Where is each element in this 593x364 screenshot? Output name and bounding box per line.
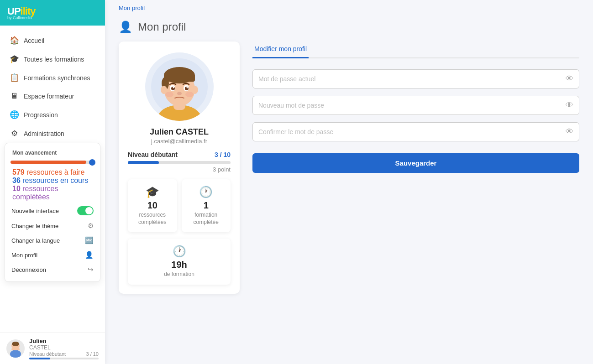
profil-label: Mon profil [11,252,37,259]
right-panel: Modifier mon profil 👁 👁 👁 [252,42,579,173]
sidebar-item-label: Progression [24,111,58,119]
sidebar-item-label: Accueil [24,37,44,44]
stat-time-value: 19h [132,260,226,270]
stat-afaire: 579 ressources à faire [12,168,84,176]
logo: UPility by Callimedia [0,0,105,26]
menu-item-langue[interactable]: Changer la langue 🔤 [5,233,100,248]
sidebar-item-progression[interactable]: 🌐 Progression [0,105,105,124]
resource-stats: 579 ressources à faire 36 ressources en … [5,166,100,203]
sidebar: UPility by Callimedia 🏠 Accueil 🎓 Toutes… [0,0,105,364]
user-icon: 👤 [85,251,94,259]
save-button[interactable]: Sauvegarder [252,153,579,173]
user-last-name: CASTEL [29,344,99,351]
input-confirm-password-container: 👁 [252,122,579,141]
level-score: 3 / 10 [215,151,231,158]
tab-bar: Modifier mon profil [252,42,579,58]
svg-point-13 [192,86,198,94]
stat-card-time: 🕐 19h de formation [128,239,231,285]
deconnexion-label: Déconnexion [11,266,46,273]
level-bar-bg [29,358,99,359]
screen-icon: 🖥 [9,92,19,101]
confirm-password-input[interactable] [258,123,566,141]
sidebar-item-formateur[interactable]: 🖥 Espace formateur [0,87,105,105]
level-label: Niveau débutant [29,351,66,357]
level-bar-fill2 [128,161,159,164]
user-avatar-small [6,339,25,358]
time-stat-row: 🕐 19h de formation [128,239,231,285]
eye-icon-confirm[interactable]: 👁 [566,127,573,136]
globe-icon: 🌐 [9,110,19,120]
user-panel: Mon avancement 579 ressources à faire 36… [5,143,100,282]
profile-email: j.castel@callimedia.fr [151,138,207,145]
toggle-nouvelle-interface[interactable]: Nouvelle interface [5,203,100,218]
input-new-password-container: 👁 [252,96,579,115]
main-content: Mon profil 👤 Mon profil [105,0,593,364]
user-first-name: Julien [29,338,99,344]
eye-icon-current[interactable]: 👁 [566,74,573,83]
current-password-input[interactable] [258,70,566,88]
time-icon: 🕐 [132,245,226,258]
toggle-label: Nouvelle interface [11,208,59,214]
svg-point-1 [10,350,21,358]
stat-card-ressources: 🎓 10 ressourcescomplétées [128,179,177,232]
profile-card: Julien CASTEL j.castel@callimedia.fr Niv… [119,42,240,294]
page-title: Mon profil [138,21,186,33]
svg-rect-3 [11,348,20,350]
user-info-bottom: Julien CASTEL Niveau débutant 3 / 10 [29,338,99,359]
sidebar-item-label: Formations synchrones [24,74,90,82]
new-password-input[interactable] [258,96,566,114]
form-group-current-password: 👁 [252,69,579,88]
grad-icon: 🎓 [132,186,173,198]
avancement-title: Mon avancement [5,148,100,159]
breadcrumb: Mon profil [105,0,593,16]
stat-card-formations: 🕐 1 formationcomplétée [182,179,231,232]
svg-point-21 [165,92,173,97]
langue-label: Changer la langue [11,237,60,244]
clock-icon: 🕐 [186,186,226,198]
sidebar-item-label: Espace formateur [24,93,74,100]
language-icon: 🔤 [85,236,94,244]
logo-sub: by Callimedia [7,16,35,20]
page-header: 👤 Mon profil [105,16,593,42]
home-icon: 🏠 [9,36,19,45]
stat-encours: 36 ressources en cours [12,177,88,184]
toggle-switch[interactable] [77,206,94,215]
progress-bar-fill [10,161,86,164]
stat-formations-number: 1 [186,200,226,211]
svg-point-19 [186,87,188,88]
form-group-confirm-password: 👁 [252,122,579,141]
svg-point-12 [161,86,167,94]
sidebar-item-label: Toutes les formations [24,56,84,63]
level-score: 3 / 10 [86,351,99,357]
sidebar-item-accueil[interactable]: 🏠 Accueil [0,31,105,50]
menu-item-profil[interactable]: Mon profil 👤 [5,248,100,262]
stat-ressources-number: 10 [132,200,173,211]
content-area: Julien CASTEL j.castel@callimedia.fr Niv… [105,42,593,307]
progress-bar-container [10,161,94,164]
form-group-new-password: 👁 [252,96,579,115]
level-bar-bg2 [128,161,231,164]
gear-icon: ⚙ [9,129,19,138]
level-label: Niveau débutant [128,151,178,158]
svg-rect-10 [164,74,195,82]
sync-icon: 📋 [9,73,19,83]
profile-page-icon: 👤 [119,21,132,33]
menu-item-deconnexion[interactable]: Déconnexion ↪ [5,262,100,277]
logout-icon: ↪ [88,265,94,274]
level-row: Niveau débutant 3 / 10 [128,151,231,158]
sidebar-user-card: Julien CASTEL Niveau débutant 3 / 10 [0,333,105,364]
sidebar-item-admin[interactable]: ⚙ Administration [0,124,105,143]
svg-point-4 [12,342,19,346]
menu-item-theme[interactable]: Changer le thème ⚙ [5,218,100,233]
svg-point-20 [177,92,182,95]
user-level-row: Niveau débutant 3 / 10 [29,351,99,357]
progress-dot [89,159,95,166]
sidebar-item-formations[interactable]: 🎓 Toutes les formations [0,50,105,68]
stat-completed: 10 ressources complétées [12,185,58,201]
level-points: 3 point [128,166,231,173]
avatar-svg [150,57,209,121]
svg-point-18 [173,87,174,88]
tab-modifier-profil[interactable]: Modifier mon profil [252,42,309,58]
sidebar-item-sync[interactable]: 📋 Formations synchrones [0,68,105,87]
eye-icon-new[interactable]: 👁 [566,101,573,110]
